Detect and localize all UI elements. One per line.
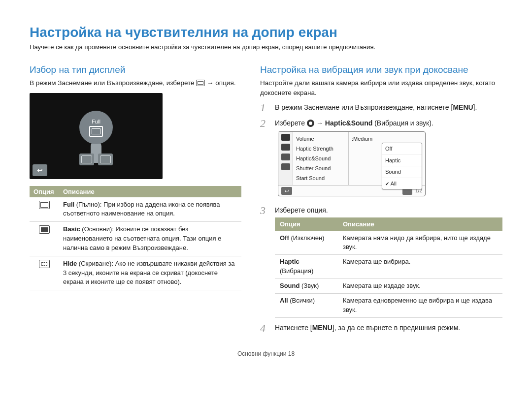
gear-icon: [307, 120, 314, 127]
s2-b: →: [314, 119, 325, 127]
step-2-body: Изберете → Haptic&Sound (Вибрация и звук…: [275, 118, 502, 200]
row-basic-local: (Основни): [82, 225, 112, 233]
display-options-table: Опция Описание Full (Пълно): При избор н…: [30, 186, 241, 291]
s4-menu: MENU: [312, 324, 332, 332]
s1-a: В режим Заснемане или Възпроизвеждане, н…: [275, 103, 453, 111]
display-type-thumbs: [79, 154, 113, 165]
row-full-name: Full: [63, 201, 74, 208]
r-off-local: (Изключен): [291, 234, 324, 242]
left-column: Избор на тип дисплей В режим Заснемане и…: [30, 64, 241, 339]
s4-b: ], за да се върнете в предишния режим.: [332, 324, 460, 332]
thumb-option-2[interactable]: [98, 154, 113, 165]
row-basic-icon: [30, 222, 59, 256]
haptic-options-table: Опция Описание Off (Изключен) Камерата н…: [275, 217, 502, 317]
r-off-desc: Камерата няма нидо да вибрира, нито ще и…: [338, 231, 502, 255]
step-4-num: 4: [260, 323, 270, 334]
popup-sound[interactable]: Sound: [382, 166, 422, 178]
row-hide-icon: [30, 256, 59, 290]
haptic-sound-popup: Off Haptic Sound All: [382, 143, 422, 189]
r-sound-desc: Камерата ще издаде звук.: [338, 279, 502, 294]
s1-menu: MENU: [453, 103, 473, 111]
step-3-body: Изберете опция. Опция Описание Off (Изкл…: [275, 205, 502, 317]
camera-screenshot: Full ↩: [30, 93, 163, 179]
left-intro-post: → опция.: [207, 79, 235, 87]
right-intro: Настройте дали вашата камера вибрира или…: [260, 78, 502, 97]
left-intro-pre: В режим Заснемане или Възпроизвеждане, и…: [30, 79, 196, 87]
steps-list: 1 В режим Заснемане или Възпроизвеждане,…: [260, 102, 502, 333]
menu-values: :Medium: [348, 132, 383, 185]
row-full-icon: [30, 197, 59, 222]
row-basic-desc: Basic (Основни): Иконите се показват без…: [59, 222, 241, 256]
step-2-num: 2: [260, 118, 270, 200]
r-all-local: (Всички): [290, 297, 315, 304]
r-haptic: Haptic (Вибрация): [275, 255, 338, 279]
r-all-name: All: [280, 297, 288, 304]
th-option: Опция: [30, 186, 59, 197]
s3-text: Изберете опция.: [275, 206, 328, 214]
th-desc: Описание: [59, 186, 241, 197]
basic-icon: [39, 225, 50, 234]
r-all: All (Всички): [275, 293, 338, 317]
r-off: Off (Изключен): [275, 231, 338, 255]
full-badge-icon: [89, 126, 103, 137]
row-hide-local: (Скриване): [79, 260, 112, 267]
row-full-local: (Пълно): [76, 201, 100, 208]
page-footer: Основни функции 18: [30, 350, 502, 357]
r-haptic-name: Haptic: [280, 258, 299, 265]
left-heading: Избор на тип дисплей: [30, 64, 241, 75]
left-intro: В режим Заснемане или Възпроизвеждане, и…: [30, 78, 241, 88]
display-icon: [196, 80, 205, 86]
r-sound-local: (Звук): [301, 282, 319, 289]
thumb-option-1[interactable]: [79, 154, 94, 165]
th2-option: Опция: [275, 217, 338, 231]
camera-tab-icon[interactable]: [281, 134, 290, 141]
tab-icon-4[interactable]: [281, 163, 290, 170]
page-subtitle: Научете се как да променяте основните на…: [30, 43, 502, 51]
step-1-num: 1: [260, 102, 270, 113]
s1-b: ].: [473, 103, 477, 111]
hide-icon: [39, 260, 50, 268]
th2-desc: Описание: [338, 217, 502, 231]
menu-back-button[interactable]: ↩: [281, 187, 292, 195]
menu-row-haptic-sound[interactable]: Haptic&Sound: [296, 154, 345, 163]
r-sound: Sound (Звук): [275, 279, 338, 294]
r-haptic-local: (Вибрация): [280, 267, 313, 275]
tab-icon-3[interactable]: [281, 154, 290, 160]
back-button[interactable]: ↩: [33, 164, 47, 176]
menu-iconcol: [278, 132, 293, 185]
menu-screenshot: Volume Haptic Strength Haptic&Sound Shut…: [278, 131, 426, 196]
sound-tab-icon[interactable]: [281, 144, 290, 151]
popup-off[interactable]: Off: [382, 143, 422, 155]
page-title: Настройка на чувствителния на допир екра…: [30, 25, 502, 40]
s2-a: Изберете: [275, 119, 307, 127]
popup-all[interactable]: All: [382, 178, 422, 189]
s4-a: Натиснете [: [275, 324, 312, 332]
row-full-desc: Full (Пълно): При избор на дадена икона …: [59, 197, 241, 222]
menu-labels: Volume Haptic Strength Haptic&Sound Shut…: [293, 132, 348, 185]
menu-row-volume[interactable]: Volume: [296, 134, 345, 144]
full-badge-label: Full: [92, 119, 100, 124]
r-haptic-desc: Камерата ще вибрира.: [338, 255, 502, 279]
full-badge: Full: [79, 111, 113, 144]
menu-row-haptic-strength[interactable]: Haptic Strength: [296, 144, 345, 154]
s2-haptic: Haptic&Sound: [325, 119, 372, 127]
row-basic-name: Basic: [63, 225, 80, 233]
r-off-name: Off: [280, 234, 289, 242]
r-sound-name: Sound: [280, 282, 299, 289]
row-hide-name: Hide: [63, 260, 77, 267]
menu-row-shutter-sound[interactable]: Shutter Sound: [296, 163, 345, 173]
right-heading: Настройка на вибрация или звук при докос…: [260, 64, 502, 75]
full-icon: [39, 201, 50, 209]
popup-haptic[interactable]: Haptic: [382, 155, 422, 167]
r-all-desc: Камерата едновременно ще вибрира и ще из…: [338, 293, 502, 317]
row-hide-desc: Hide (Скриване): Ако не извършвате никак…: [59, 256, 241, 290]
step-3-num: 3: [260, 205, 270, 317]
step-1-body: В режим Заснемане или Възпроизвеждане, н…: [275, 102, 502, 113]
right-column: Настройка на вибрация или звук при докос…: [260, 64, 502, 339]
step-4-body: Натиснете [MENU], за да се върнете в пре…: [275, 323, 502, 334]
menu-row-start-sound[interactable]: Start Sound: [296, 173, 345, 183]
s2-c: (Вибрация и звук).: [372, 119, 433, 127]
manual-page: Настройка на чувствителния на допир екра…: [0, 0, 532, 357]
menu-value-volume: :Medium: [352, 134, 383, 144]
